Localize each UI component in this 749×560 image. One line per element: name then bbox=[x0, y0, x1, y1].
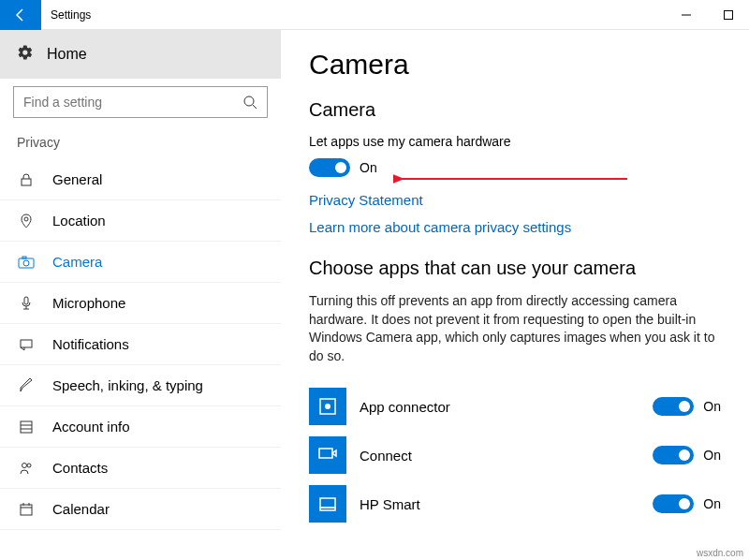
microphone-icon bbox=[17, 296, 36, 311]
sidebar-item-microphone[interactable]: Microphone bbox=[0, 283, 281, 324]
toggle-state-label: On bbox=[703, 448, 721, 463]
search-field[interactable] bbox=[23, 95, 242, 110]
speech-icon bbox=[17, 378, 36, 393]
sidebar-item-label: Notifications bbox=[52, 336, 129, 352]
page-title: Camera bbox=[309, 49, 721, 81]
calendar-icon bbox=[17, 502, 36, 517]
svg-point-7 bbox=[23, 260, 29, 266]
sidebar-item-label: General bbox=[52, 171, 102, 187]
svg-rect-25 bbox=[320, 498, 335, 508]
svg-rect-1 bbox=[724, 10, 732, 19]
svg-rect-26 bbox=[320, 508, 335, 510]
sidebar-item-camera[interactable]: Camera bbox=[0, 242, 281, 283]
connect-icon bbox=[309, 436, 346, 474]
camera-icon bbox=[17, 256, 36, 269]
sidebar-item-general[interactable]: General bbox=[0, 159, 281, 200]
sidebar-item-contacts[interactable]: Contacts bbox=[0, 448, 281, 489]
app-row-app-connector: App connector On bbox=[309, 382, 721, 431]
section-title: Camera bbox=[309, 99, 721, 121]
sidebar-item-label: Microphone bbox=[52, 295, 125, 311]
app-connector-icon bbox=[309, 388, 346, 425]
sidebar-item-notifications[interactable]: Notifications bbox=[0, 324, 281, 365]
sidebar-item-label: Camera bbox=[52, 254, 102, 270]
choose-apps-description: Turning this off prevents an app from di… bbox=[309, 292, 721, 365]
sidebar-item-label: Speech, inking, & typing bbox=[52, 377, 203, 393]
app-row-connect: Connect On bbox=[309, 431, 721, 479]
arrow-left-icon bbox=[13, 7, 28, 22]
watermark: wsxdn.com bbox=[697, 548, 743, 558]
lock-icon bbox=[17, 172, 36, 187]
svg-point-2 bbox=[244, 96, 254, 106]
svg-rect-13 bbox=[21, 421, 32, 433]
sidebar-item-label: Calendar bbox=[52, 501, 110, 517]
svg-point-5 bbox=[24, 217, 28, 221]
account-icon bbox=[17, 420, 36, 435]
home-label: Home bbox=[47, 46, 87, 63]
learn-more-link[interactable]: Learn more about camera privacy settings bbox=[309, 219, 721, 235]
svg-rect-18 bbox=[21, 505, 32, 515]
hp-smart-icon bbox=[309, 485, 346, 523]
svg-line-3 bbox=[253, 105, 257, 109]
minimize-button[interactable] bbox=[665, 0, 707, 30]
gear-icon bbox=[17, 44, 34, 65]
choose-apps-title: Choose apps that can use your camera bbox=[309, 258, 721, 279]
search-input[interactable] bbox=[13, 86, 268, 118]
hp-smart-toggle[interactable] bbox=[653, 494, 694, 513]
app-name-label: HP Smart bbox=[360, 496, 653, 512]
camera-master-toggle[interactable] bbox=[309, 158, 350, 177]
sidebar: Home Privacy General Location Camera Mic… bbox=[0, 30, 281, 560]
svg-rect-8 bbox=[22, 257, 26, 258]
contacts-icon bbox=[17, 461, 36, 476]
location-icon bbox=[17, 214, 36, 228]
content-area: Camera Camera Let apps use my camera har… bbox=[281, 30, 749, 560]
toggle-state-label: On bbox=[703, 399, 721, 414]
toggle-state-label: On bbox=[360, 160, 377, 175]
sidebar-section-label: Privacy bbox=[0, 135, 281, 159]
sidebar-item-account[interactable]: Account info bbox=[0, 406, 281, 448]
search-icon bbox=[242, 95, 257, 110]
maximize-button[interactable] bbox=[707, 0, 749, 30]
app-row-hp-smart: HP Smart On bbox=[309, 479, 721, 528]
privacy-statement-link[interactable]: Privacy Statement bbox=[309, 192, 721, 208]
toggle-state-label: On bbox=[703, 496, 721, 511]
window-controls bbox=[665, 0, 749, 30]
back-button[interactable] bbox=[0, 0, 41, 30]
svg-point-17 bbox=[27, 464, 31, 467]
sidebar-item-location[interactable]: Location bbox=[0, 200, 281, 242]
sidebar-item-label: Account info bbox=[52, 419, 130, 435]
sidebar-item-speech[interactable]: Speech, inking, & typing bbox=[0, 365, 281, 406]
app-name-label: App connector bbox=[360, 399, 653, 415]
sidebar-item-label: Contacts bbox=[52, 460, 108, 476]
connect-toggle[interactable] bbox=[653, 446, 694, 464]
setting-description: Let apps use my camera hardware bbox=[309, 134, 721, 149]
sidebar-item-label: Location bbox=[52, 213, 106, 228]
svg-point-23 bbox=[325, 404, 330, 409]
svg-rect-9 bbox=[24, 297, 28, 304]
window-title: Settings bbox=[41, 8, 91, 22]
svg-rect-4 bbox=[22, 179, 31, 185]
notifications-icon bbox=[17, 337, 36, 352]
svg-rect-24 bbox=[319, 449, 332, 458]
app-name-label: Connect bbox=[360, 448, 653, 464]
home-button[interactable]: Home bbox=[0, 30, 281, 79]
svg-rect-12 bbox=[21, 340, 32, 347]
sidebar-item-calendar[interactable]: Calendar bbox=[0, 489, 281, 530]
svg-point-16 bbox=[22, 463, 27, 467]
app-connector-toggle[interactable] bbox=[653, 397, 694, 416]
titlebar: Settings bbox=[0, 0, 749, 30]
